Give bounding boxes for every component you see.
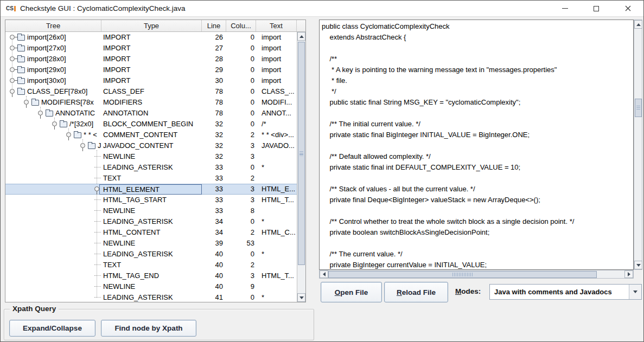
tree-connector <box>94 221 101 222</box>
mode-select[interactable]: Java with comments and Javadocs <box>489 284 642 300</box>
tree-row[interactable]: JJAVADOC_CONTENT323JAVADO... <box>5 140 297 151</box>
cell-type: NEWLINE <box>101 151 202 162</box>
tree-row[interactable]: NEWLINE409 <box>5 281 297 292</box>
maximize-button[interactable] <box>581 1 612 16</box>
cell-tree: import[27x0] <box>5 43 101 54</box>
tree-node-label[interactable]: import[30x0] <box>27 75 66 86</box>
open-file-button[interactable]: Open File <box>321 282 382 302</box>
cell-type: TEXT <box>101 173 202 184</box>
minimize-button[interactable] <box>549 1 581 16</box>
tree-node-label[interactable]: J <box>98 140 101 151</box>
scrollbar-thumb[interactable] <box>635 99 642 117</box>
cell-tree: CLASS_DEF[78x0] <box>5 86 101 97</box>
tree-vertical-scrollbar[interactable] <box>297 32 305 302</box>
tree-row[interactable]: HTML_CONTENT342HTML_C... <box>5 227 297 238</box>
scroll-down-button[interactable] <box>297 293 305 302</box>
tree-node-label[interactable]: import[27x0] <box>27 43 66 54</box>
collapse-handle-icon[interactable] <box>52 121 57 126</box>
close-button[interactable] <box>612 1 643 16</box>
cell-column: 3 <box>226 195 256 205</box>
scrollbar-thumb[interactable] <box>298 42 305 265</box>
cell-text: * <box>256 162 297 173</box>
expand-handle-icon[interactable] <box>10 67 15 72</box>
tree-row[interactable]: NEWLINE323 <box>5 151 297 162</box>
tree-node-label[interactable]: ANNOTATIC <box>55 108 95 119</box>
tree-row[interactable]: ANNOTATICANNOTATION780ANNOT... <box>5 108 297 119</box>
folder-icon <box>46 111 53 117</box>
cell-type: ANNOTATION <box>101 108 202 119</box>
cell-line: 28 <box>202 54 226 64</box>
tree-node-label[interactable]: import[29x0] <box>27 64 66 75</box>
collapse-handle-icon[interactable] <box>24 100 29 105</box>
tree-row[interactable]: LEADING_ASTERISK400* <box>5 249 297 260</box>
tree-row[interactable]: LEADING_ASTERISK330* <box>5 162 297 173</box>
cell-type: IMPORT <box>101 32 202 43</box>
tree-row[interactable]: NEWLINE3953 <box>5 238 297 249</box>
cell-text: import <box>256 32 297 43</box>
tree-node-label[interactable]: import[26x0] <box>27 32 66 43</box>
column-header-type[interactable]: Type <box>101 20 202 31</box>
tree-row[interactable]: HTML_ELEMENT333HTML_E... <box>5 184 297 195</box>
tree-row[interactable]: import[27x0]IMPORT270import <box>5 43 297 54</box>
scrollbar-thumb[interactable] <box>328 271 597 278</box>
tree-row[interactable]: TEXT332 <box>5 173 297 184</box>
cell-text <box>256 205 297 216</box>
column-header-line[interactable]: Line <box>202 20 226 31</box>
code-line <box>322 238 633 249</box>
expand-handle-icon[interactable] <box>10 35 15 40</box>
column-header-column[interactable]: Colu... <box>226 20 256 31</box>
scroll-up-button[interactable] <box>297 32 305 41</box>
tree-row[interactable]: LEADING_ASTERISK340* <box>5 216 297 227</box>
tree-connector <box>94 156 101 157</box>
collapse-handle-icon[interactable] <box>38 111 43 115</box>
collapse-handle-icon[interactable] <box>80 143 85 148</box>
collapse-handle-icon[interactable] <box>66 132 71 137</box>
column-header-text[interactable]: Text <box>256 20 297 31</box>
tree-row[interactable]: * * <COMMENT_CONTENT322* * <div>... <box>5 130 297 140</box>
tree-row[interactable]: CLASS_DEF[78x0]CLASS_DEF780CLASS_... <box>5 86 297 97</box>
tree-row[interactable]: HTML_TAG_START333HTML_T... <box>5 195 297 205</box>
scroll-up-button[interactable] <box>634 20 642 29</box>
column-header-tree[interactable]: Tree <box>5 20 101 31</box>
code-vertical-scrollbar[interactable] <box>634 20 642 270</box>
cell-column: 0 <box>226 292 256 302</box>
tree-row[interactable]: NEWLINE338 <box>5 205 297 216</box>
tree-node-label[interactable]: MODIFIERS[78x <box>41 97 94 108</box>
reload-file-button[interactable]: Reload File <box>384 282 448 302</box>
tree-node-label[interactable]: /*[32x0] <box>69 119 93 130</box>
tree-row[interactable]: import[29x0]IMPORT290import <box>5 64 297 75</box>
tree-row[interactable]: LEADING_ASTERISK410* <box>5 292 297 302</box>
scroll-right-button[interactable] <box>624 270 633 278</box>
tree-row[interactable]: MODIFIERS[78xMODIFIERS780MODIFI... <box>5 97 297 108</box>
expand-collapse-button[interactable]: Expand/Collapse <box>9 320 95 337</box>
tree-node-label[interactable]: CLASS_DEF[78x0] <box>27 86 87 97</box>
maximize-icon <box>594 6 599 11</box>
tree-row[interactable]: import[26x0]IMPORT260import <box>5 32 297 43</box>
tree-row[interactable]: HTML_TAG_END403HTML_T... <box>5 270 297 281</box>
cell-text: HTML_T... <box>256 195 297 205</box>
cell-tree <box>5 205 101 216</box>
tree-row[interactable]: /*[32x0]BLOCK_COMMENT_BEGIN320/* <box>5 119 297 130</box>
tree-row[interactable]: import[28x0]IMPORT280import <box>5 54 297 64</box>
collapse-handle-icon[interactable] <box>10 89 15 94</box>
collapse-handle-icon[interactable] <box>94 186 99 191</box>
tree-row[interactable]: TEXT402 <box>5 260 297 270</box>
folder-icon <box>17 46 25 51</box>
expand-handle-icon[interactable] <box>10 46 15 50</box>
cell-type: NEWLINE <box>101 281 202 292</box>
expand-handle-icon[interactable] <box>10 78 15 83</box>
combo-arrow-button[interactable] <box>629 285 641 299</box>
code-horizontal-scrollbar[interactable] <box>319 270 634 279</box>
scroll-left-button[interactable] <box>320 270 328 278</box>
tree-node-label[interactable]: import[28x0] <box>27 54 66 64</box>
find-node-by-xpath-button[interactable]: Find node by Xpath <box>101 320 196 337</box>
folder-icon <box>74 132 81 138</box>
source-code-view[interactable]: public class CyclomaticComplexityCheck e… <box>319 20 634 270</box>
title-bar[interactable]: CS Checkstyle GUI : CyclomaticComplexity… <box>1 1 643 17</box>
down-arrow-icon <box>636 264 641 267</box>
tree-row[interactable]: import[30x0]IMPORT300import <box>5 75 297 86</box>
scroll-down-button[interactable] <box>634 261 642 269</box>
expand-handle-icon[interactable] <box>10 56 15 61</box>
tree-node-label[interactable]: * * < <box>84 130 97 140</box>
cell-tree: import[29x0] <box>5 64 101 75</box>
